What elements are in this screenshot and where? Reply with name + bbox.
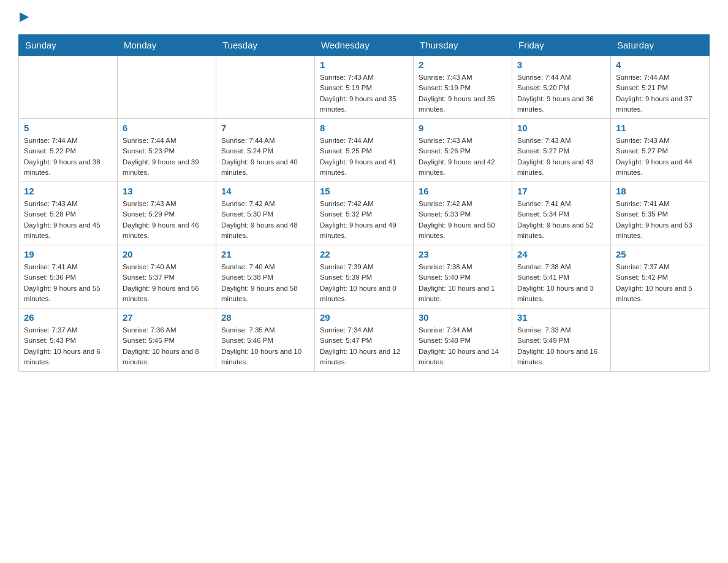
calendar-cell: 2Sunrise: 7:43 AMSunset: 5:19 PMDaylight… — [414, 56, 512, 119]
day-number: 26 — [24, 312, 112, 323]
day-info: Sunrise: 7:35 AMSunset: 5:46 PMDaylight:… — [221, 325, 309, 367]
calendar-table: SundayMondayTuesdayWednesdayThursdayFrid… — [18, 34, 710, 372]
day-number: 29 — [320, 312, 408, 323]
day-info: Sunrise: 7:41 AMSunset: 5:34 PMDaylight:… — [517, 199, 605, 241]
day-number: 27 — [123, 312, 211, 323]
day-info: Sunrise: 7:43 AMSunset: 5:28 PMDaylight:… — [24, 199, 112, 241]
calendar-cell: 28Sunrise: 7:35 AMSunset: 5:46 PMDayligh… — [216, 308, 315, 372]
day-number: 6 — [123, 123, 211, 133]
day-info: Sunrise: 7:41 AMSunset: 5:36 PMDaylight:… — [24, 262, 112, 304]
calendar-cell: 7Sunrise: 7:44 AMSunset: 5:24 PMDaylight… — [216, 119, 315, 182]
calendar-cell: 18Sunrise: 7:41 AMSunset: 5:35 PMDayligh… — [611, 182, 710, 245]
day-number: 4 — [616, 59, 704, 70]
weekday-header-tuesday: Tuesday — [216, 35, 315, 56]
day-number: 21 — [221, 249, 309, 259]
calendar-cell: 22Sunrise: 7:39 AMSunset: 5:39 PMDayligh… — [315, 245, 414, 308]
day-info: Sunrise: 7:44 AMSunset: 5:23 PMDaylight:… — [123, 136, 211, 178]
calendar-cell: 25Sunrise: 7:37 AMSunset: 5:42 PMDayligh… — [611, 245, 710, 308]
calendar-cell: 16Sunrise: 7:42 AMSunset: 5:33 PMDayligh… — [414, 182, 512, 245]
calendar-week-1: 1Sunrise: 7:43 AMSunset: 5:19 PMDaylight… — [19, 56, 710, 119]
day-info: Sunrise: 7:37 AMSunset: 5:42 PMDaylight:… — [616, 262, 704, 304]
day-number: 24 — [517, 249, 605, 259]
day-number: 19 — [24, 249, 112, 259]
calendar-cell — [118, 56, 216, 119]
day-info: Sunrise: 7:34 AMSunset: 5:47 PMDaylight:… — [320, 325, 408, 367]
day-number: 23 — [419, 249, 507, 259]
calendar-cell: 23Sunrise: 7:38 AMSunset: 5:40 PMDayligh… — [414, 245, 512, 308]
calendar-cell: 10Sunrise: 7:43 AMSunset: 5:27 PMDayligh… — [512, 119, 611, 182]
day-number: 20 — [123, 249, 211, 259]
day-info: Sunrise: 7:40 AMSunset: 5:37 PMDaylight:… — [123, 262, 211, 304]
calendar-cell: 24Sunrise: 7:38 AMSunset: 5:41 PMDayligh… — [512, 245, 611, 308]
day-number: 14 — [221, 186, 309, 196]
day-number: 16 — [419, 186, 507, 196]
calendar-cell: 29Sunrise: 7:34 AMSunset: 5:47 PMDayligh… — [315, 308, 414, 372]
calendar-cell: 15Sunrise: 7:42 AMSunset: 5:32 PMDayligh… — [315, 182, 414, 245]
day-number: 11 — [616, 123, 704, 133]
weekday-header-monday: Monday — [118, 35, 216, 56]
calendar-week-5: 26Sunrise: 7:37 AMSunset: 5:43 PMDayligh… — [19, 308, 710, 372]
page-header — [18, 12, 710, 22]
day-info: Sunrise: 7:33 AMSunset: 5:49 PMDaylight:… — [517, 325, 605, 367]
logo — [18, 12, 30, 22]
day-info: Sunrise: 7:38 AMSunset: 5:41 PMDaylight:… — [517, 262, 605, 304]
day-info: Sunrise: 7:42 AMSunset: 5:30 PMDaylight:… — [221, 199, 309, 241]
day-info: Sunrise: 7:40 AMSunset: 5:38 PMDaylight:… — [221, 262, 309, 304]
day-info: Sunrise: 7:43 AMSunset: 5:26 PMDaylight:… — [419, 136, 507, 178]
day-info: Sunrise: 7:42 AMSunset: 5:32 PMDaylight:… — [320, 199, 408, 241]
day-number: 22 — [320, 249, 408, 259]
day-number: 31 — [517, 312, 605, 323]
calendar-cell: 21Sunrise: 7:40 AMSunset: 5:38 PMDayligh… — [216, 245, 315, 308]
day-info: Sunrise: 7:43 AMSunset: 5:27 PMDaylight:… — [616, 136, 704, 178]
calendar-week-4: 19Sunrise: 7:41 AMSunset: 5:36 PMDayligh… — [19, 245, 710, 308]
day-info: Sunrise: 7:43 AMSunset: 5:27 PMDaylight:… — [517, 136, 605, 178]
day-number: 17 — [517, 186, 605, 196]
weekday-header-saturday: Saturday — [611, 35, 710, 56]
calendar-cell: 31Sunrise: 7:33 AMSunset: 5:49 PMDayligh… — [512, 308, 611, 372]
logo-flag-icon — [20, 12, 29, 22]
weekday-header-row: SundayMondayTuesdayWednesdayThursdayFrid… — [19, 35, 710, 56]
calendar-cell: 26Sunrise: 7:37 AMSunset: 5:43 PMDayligh… — [19, 308, 118, 372]
day-info: Sunrise: 7:41 AMSunset: 5:35 PMDaylight:… — [616, 199, 704, 241]
calendar-cell: 12Sunrise: 7:43 AMSunset: 5:28 PMDayligh… — [19, 182, 118, 245]
day-info: Sunrise: 7:43 AMSunset: 5:29 PMDaylight:… — [123, 199, 211, 241]
calendar-week-2: 5Sunrise: 7:44 AMSunset: 5:22 PMDaylight… — [19, 119, 710, 182]
calendar-body: 1Sunrise: 7:43 AMSunset: 5:19 PMDaylight… — [19, 56, 710, 372]
weekday-header-wednesday: Wednesday — [315, 35, 414, 56]
day-number: 10 — [517, 123, 605, 133]
calendar-cell: 27Sunrise: 7:36 AMSunset: 5:45 PMDayligh… — [118, 308, 216, 372]
day-info: Sunrise: 7:44 AMSunset: 5:25 PMDaylight:… — [320, 136, 408, 178]
calendar-cell: 6Sunrise: 7:44 AMSunset: 5:23 PMDaylight… — [118, 119, 216, 182]
day-info: Sunrise: 7:36 AMSunset: 5:45 PMDaylight:… — [123, 325, 211, 367]
day-number: 12 — [24, 186, 112, 196]
day-number: 13 — [123, 186, 211, 196]
day-info: Sunrise: 7:44 AMSunset: 5:22 PMDaylight:… — [24, 136, 112, 178]
calendar-cell: 8Sunrise: 7:44 AMSunset: 5:25 PMDaylight… — [315, 119, 414, 182]
day-number: 28 — [221, 312, 309, 323]
calendar-cell: 3Sunrise: 7:44 AMSunset: 5:20 PMDaylight… — [512, 56, 611, 119]
calendar-cell: 14Sunrise: 7:42 AMSunset: 5:30 PMDayligh… — [216, 182, 315, 245]
day-number: 25 — [616, 249, 704, 259]
calendar-cell: 20Sunrise: 7:40 AMSunset: 5:37 PMDayligh… — [118, 245, 216, 308]
calendar-cell: 4Sunrise: 7:44 AMSunset: 5:21 PMDaylight… — [611, 56, 710, 119]
day-number: 30 — [419, 312, 507, 323]
day-info: Sunrise: 7:37 AMSunset: 5:43 PMDaylight:… — [24, 325, 112, 367]
day-info: Sunrise: 7:44 AMSunset: 5:24 PMDaylight:… — [221, 136, 309, 178]
calendar-cell: 9Sunrise: 7:43 AMSunset: 5:26 PMDaylight… — [414, 119, 512, 182]
day-info: Sunrise: 7:44 AMSunset: 5:20 PMDaylight:… — [517, 72, 605, 115]
day-info: Sunrise: 7:39 AMSunset: 5:39 PMDaylight:… — [320, 262, 408, 304]
calendar-cell: 1Sunrise: 7:43 AMSunset: 5:19 PMDaylight… — [315, 56, 414, 119]
day-number: 1 — [320, 59, 408, 70]
day-info: Sunrise: 7:43 AMSunset: 5:19 PMDaylight:… — [419, 72, 507, 115]
day-number: 15 — [320, 186, 408, 196]
calendar-cell: 19Sunrise: 7:41 AMSunset: 5:36 PMDayligh… — [19, 245, 118, 308]
calendar-week-3: 12Sunrise: 7:43 AMSunset: 5:28 PMDayligh… — [19, 182, 710, 245]
calendar-cell: 30Sunrise: 7:34 AMSunset: 5:48 PMDayligh… — [414, 308, 512, 372]
weekday-header-friday: Friday — [512, 35, 611, 56]
calendar-cell: 5Sunrise: 7:44 AMSunset: 5:22 PMDaylight… — [19, 119, 118, 182]
weekday-header-sunday: Sunday — [19, 35, 118, 56]
day-info: Sunrise: 7:38 AMSunset: 5:40 PMDaylight:… — [419, 262, 507, 304]
calendar-cell: 11Sunrise: 7:43 AMSunset: 5:27 PMDayligh… — [611, 119, 710, 182]
day-number: 3 — [517, 59, 605, 70]
calendar-cell — [216, 56, 315, 119]
